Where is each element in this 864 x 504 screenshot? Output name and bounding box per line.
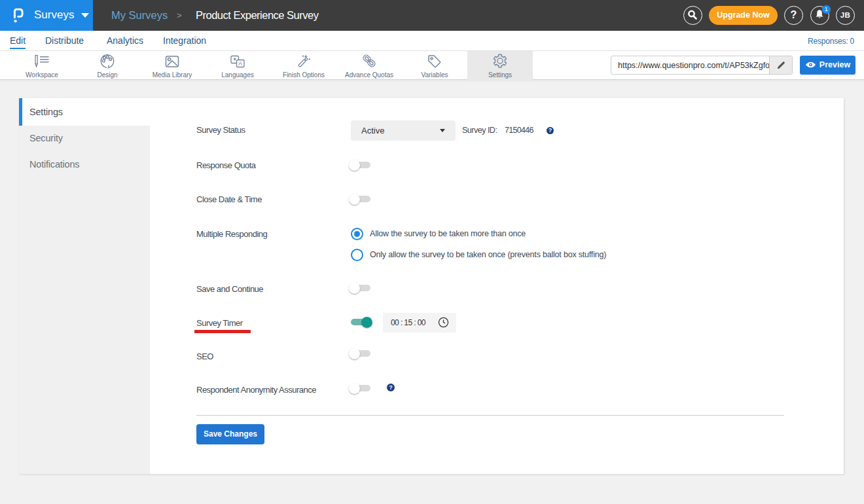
svg-text:A: A bbox=[238, 60, 242, 67]
